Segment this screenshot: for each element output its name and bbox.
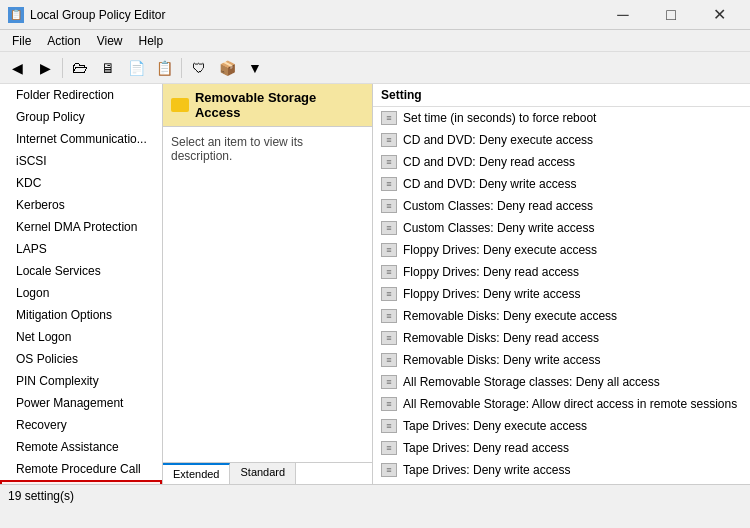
- setting-label-9: Removable Disks: Deny execute access: [403, 307, 617, 325]
- setting-item-0[interactable]: Set time (in seconds) to force reboot: [373, 107, 750, 129]
- setting-icon-5: [381, 221, 397, 235]
- setting-item-7[interactable]: Floppy Drives: Deny read access: [373, 261, 750, 283]
- main-content: Folder Redirection Group Policy Internet…: [0, 84, 750, 484]
- setting-item-1[interactable]: CD and DVD: Deny execute access: [373, 129, 750, 151]
- status-text: 19 setting(s): [8, 489, 74, 503]
- setting-icon-6: [381, 243, 397, 257]
- tree-item-laps[interactable]: LAPS: [0, 238, 162, 260]
- setting-item-9[interactable]: Removable Disks: Deny execute access: [373, 305, 750, 327]
- tree-item-pin-complexity[interactable]: PIN Complexity: [0, 370, 162, 392]
- app-icon: 📋: [8, 7, 24, 23]
- computer-button[interactable]: 🖥: [95, 55, 121, 81]
- setting-icon-3: [381, 177, 397, 191]
- setting-label-4: Custom Classes: Deny read access: [403, 197, 593, 215]
- menu-action[interactable]: Action: [39, 32, 88, 50]
- toolbar-separator-1: [62, 58, 63, 78]
- setting-item-15[interactable]: Tape Drives: Deny read access: [373, 437, 750, 459]
- tree-item-group-policy[interactable]: Group Policy: [0, 106, 162, 128]
- back-button[interactable]: ◀: [4, 55, 30, 81]
- tree-item-recovery[interactable]: Recovery: [0, 414, 162, 436]
- minimize-button[interactable]: ─: [600, 0, 646, 30]
- window-title: Local Group Policy Editor: [30, 8, 600, 22]
- setting-label-17: WPD Devices: Deny read access: [403, 483, 580, 484]
- setting-label-3: CD and DVD: Deny write access: [403, 175, 576, 193]
- toolbar: ◀ ▶ 🗁 🖥 📄 📋 🛡 📦 ▼: [0, 52, 750, 84]
- setting-item-16[interactable]: Tape Drives: Deny write access: [373, 459, 750, 481]
- tree-item-locale[interactable]: Locale Services: [0, 260, 162, 282]
- filter-button[interactable]: ▼: [242, 55, 268, 81]
- tree-item-power-management[interactable]: Power Management: [0, 392, 162, 414]
- menu-bar: File Action View Help: [0, 30, 750, 52]
- setting-item-3[interactable]: CD and DVD: Deny write access: [373, 173, 750, 195]
- setting-icon-16: [381, 463, 397, 477]
- setting-label-7: Floppy Drives: Deny read access: [403, 263, 579, 281]
- setting-item-17[interactable]: WPD Devices: Deny read access: [373, 481, 750, 484]
- setting-icon-4: [381, 199, 397, 213]
- setting-icon-11: [381, 353, 397, 367]
- setting-icon-1: [381, 133, 397, 147]
- setting-icon-12: [381, 375, 397, 389]
- setting-label-16: Tape Drives: Deny write access: [403, 461, 570, 479]
- forward-button[interactable]: ▶: [32, 55, 58, 81]
- setting-icon-8: [381, 287, 397, 301]
- setting-item-12[interactable]: All Removable Storage classes: Deny all …: [373, 371, 750, 393]
- tree-item-os-policies[interactable]: OS Policies: [0, 348, 162, 370]
- tab-extended[interactable]: Extended: [163, 463, 230, 484]
- setting-label-1: CD and DVD: Deny execute access: [403, 131, 593, 149]
- tree-item-kerberos[interactable]: Kerberos: [0, 194, 162, 216]
- setting-item-8[interactable]: Floppy Drives: Deny write access: [373, 283, 750, 305]
- setting-item-5[interactable]: Custom Classes: Deny write access: [373, 217, 750, 239]
- package-button[interactable]: 📦: [214, 55, 240, 81]
- tree-item-logon[interactable]: Logon: [0, 282, 162, 304]
- tree-item-internet-comm[interactable]: Internet Communicatio...: [0, 128, 162, 150]
- setting-label-5: Custom Classes: Deny write access: [403, 219, 594, 237]
- tree-item-remote-assistance[interactable]: Remote Assistance: [0, 436, 162, 458]
- tree-item-iscsi[interactable]: iSCSI: [0, 150, 162, 172]
- setting-icon-13: [381, 397, 397, 411]
- tree-item-mitigation[interactable]: Mitigation Options: [0, 304, 162, 326]
- setting-item-6[interactable]: Floppy Drives: Deny execute access: [373, 239, 750, 261]
- maximize-button[interactable]: □: [648, 0, 694, 30]
- setting-item-11[interactable]: Removable Disks: Deny write access: [373, 349, 750, 371]
- doc-button[interactable]: 📄: [123, 55, 149, 81]
- tree-item-kdc[interactable]: KDC: [0, 172, 162, 194]
- tree-item-net-logon[interactable]: Net Logon: [0, 326, 162, 348]
- middle-description: Select an item to view its description.: [163, 127, 372, 171]
- menu-help[interactable]: Help: [131, 32, 172, 50]
- setting-icon-15: [381, 441, 397, 455]
- settings-column-header: Setting: [373, 84, 750, 107]
- shield-button[interactable]: 🛡: [186, 55, 212, 81]
- window-controls: ─ □ ✕: [600, 0, 742, 30]
- setting-icon-2: [381, 155, 397, 169]
- toolbar-separator-2: [181, 58, 182, 78]
- setting-item-14[interactable]: Tape Drives: Deny execute access: [373, 415, 750, 437]
- tree-item-remote-procedure[interactable]: Remote Procedure Call: [0, 458, 162, 480]
- status-bar: 19 setting(s): [0, 484, 750, 506]
- tree-item-kernel-dma[interactable]: Kernel DMA Protection: [0, 216, 162, 238]
- clipboard-button[interactable]: 📋: [151, 55, 177, 81]
- setting-label-10: Removable Disks: Deny read access: [403, 329, 599, 347]
- setting-label-14: Tape Drives: Deny execute access: [403, 417, 587, 435]
- folder-button[interactable]: 🗁: [67, 55, 93, 81]
- setting-item-2[interactable]: CD and DVD: Deny read access: [373, 151, 750, 173]
- middle-panel: Removable Storage Access Select an item …: [163, 84, 373, 484]
- setting-icon-7: [381, 265, 397, 279]
- setting-icon-9: [381, 309, 397, 323]
- tree-item-folder-redirection[interactable]: Folder Redirection: [0, 84, 162, 106]
- setting-label-11: Removable Disks: Deny write access: [403, 351, 600, 369]
- title-bar: 📋 Local Group Policy Editor ─ □ ✕: [0, 0, 750, 30]
- folder-icon: [171, 98, 189, 112]
- tree-item-removable-storage[interactable]: Removable Storage Acc: [0, 480, 162, 484]
- setting-item-13[interactable]: All Removable Storage: Allow direct acce…: [373, 393, 750, 415]
- right-panel: Setting Set time (in seconds) to force r…: [373, 84, 750, 484]
- menu-view[interactable]: View: [89, 32, 131, 50]
- setting-label-13: All Removable Storage: Allow direct acce…: [403, 395, 737, 413]
- menu-file[interactable]: File: [4, 32, 39, 50]
- close-button[interactable]: ✕: [696, 0, 742, 30]
- setting-item-10[interactable]: Removable Disks: Deny read access: [373, 327, 750, 349]
- setting-item-4[interactable]: Custom Classes: Deny read access: [373, 195, 750, 217]
- middle-title: Removable Storage Access: [195, 90, 364, 120]
- tab-standard[interactable]: Standard: [230, 463, 296, 484]
- setting-icon-10: [381, 331, 397, 345]
- setting-label-12: All Removable Storage classes: Deny all …: [403, 373, 660, 391]
